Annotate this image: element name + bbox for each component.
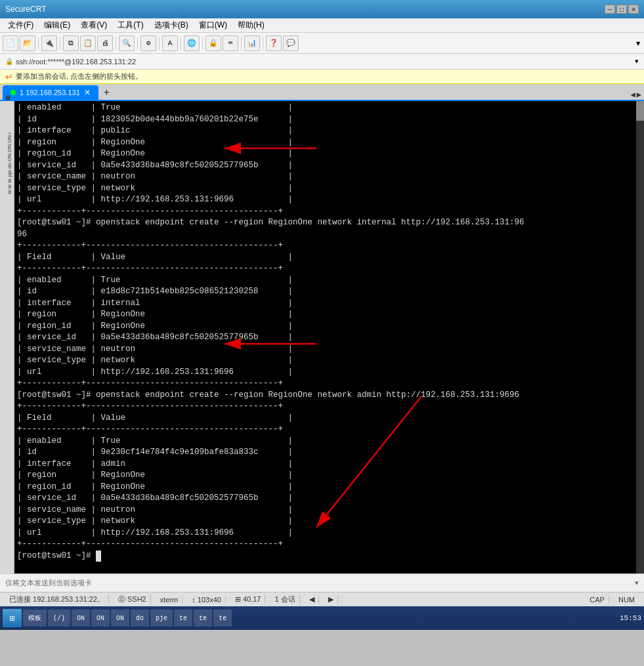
main-container: 模板 / ON ON ON do pje te te te | enabled … [0,101,644,573]
tab-nav-arrows: ◀ ▶ [631,90,641,100]
find-button[interactable]: 🔍 [119,35,135,51]
menu-file[interactable]: 文件(F) [3,18,39,32]
terminal-line-8: | service_type | network | [17,183,633,195]
menu-edit[interactable]: 编辑(E) [39,18,75,32]
status-protocol: ⓪ SSH2 [114,594,151,604]
maximize-button[interactable]: □ [616,5,627,14]
toolbar-sep6 [181,37,181,50]
internet-button[interactable]: 🌐 [184,35,200,51]
log-button[interactable]: 📊 [244,35,260,51]
menu-tabs[interactable]: 选项卡(B) [149,18,194,32]
sidebar-label-te1: te [1,178,12,183]
terminal-line-30: | interface | admin | [17,459,633,470]
menubar: 文件(F) 编辑(E) 查看(V) 工具(T) 选项卡(B) 窗口(W) 帮助(… [0,18,644,33]
status-nav-left[interactable]: ◀ [305,595,319,604]
tab-left-arrow[interactable]: ◀ [631,90,635,100]
menu-tools[interactable]: 工具(T) [112,18,148,32]
tab-close-button[interactable]: ✕ [84,88,91,97]
toolbar-sep2 [60,37,60,50]
inputbar-text: 仅将文本发送到当前选项卡 [5,578,92,588]
keyboard-button[interactable]: ⌨ [223,35,238,51]
toolbar-sep9 [263,37,263,50]
close-button[interactable]: ✕ [628,5,639,14]
sidebar-label-te2: te [1,184,12,189]
new-session-button[interactable]: 📄 [3,35,18,51]
toolbar: 📄 📂 🔌 ⧉ 📋 🖨 🔍 ⚙ A 🌐 🔒 ⌨ 📊 ❓ 💬 ▾ [0,33,644,54]
help-button[interactable]: ❓ [266,35,282,51]
taskbar-item-7[interactable]: pje [150,610,173,627]
terminal-container[interactable]: | enabled | True | | id | 1823052b0de444… [14,101,644,573]
menu-view[interactable]: 查看(V) [75,18,112,32]
terminal-prompt-1: [root@tsw01 ~]# openstack endpoint creat… [17,217,633,229]
inputbar-dropdown[interactable]: ▾ [635,579,639,587]
terminal-line-22: | service_type | network | [17,355,633,367]
taskbar-item-4[interactable]: ON [91,610,110,627]
status-position: ⊞ 40,17 [231,595,266,604]
menu-window[interactable]: 窗口(W) [194,18,232,32]
chat-button[interactable]: 💬 [283,35,299,51]
terminal-line-13: | Field | Value | [17,252,633,264]
status-emulation: xterm [156,596,183,604]
terminal-line-9: | url | http://192.168.253.131:9696 | [17,194,633,206]
open-button[interactable]: 📂 [20,35,35,51]
toolbar-sep5 [159,37,160,50]
minimize-button[interactable]: ─ [605,5,615,14]
settings-button[interactable]: ⚙ [140,35,156,51]
sidebar-label-on1: ON [1,135,12,143]
addressbar-dropdown[interactable]: ▾ [635,57,639,66]
terminal-line-3: | interface | public | [17,125,633,137]
addressbar: 🔒 ssh://root:******@192.168.253.131:22 ▾ [0,54,644,70]
terminal-line-29: | id | 9e230cf14e784f4c9e109bafe83a833c … [17,447,633,459]
taskbar-item-2[interactable]: (/) [48,610,70,627]
toolbar-dropdown[interactable]: ▾ [635,37,641,50]
terminal[interactable]: | enabled | True | | id | 1823052b0de444… [14,101,636,573]
terminal-line-24: +------------+--------------------------… [17,378,633,390]
taskbar-item-10[interactable]: te [213,610,232,627]
titlebar: SecureCRT ─ □ ✕ [0,0,644,18]
taskbar-item-3[interactable]: ON [72,610,90,627]
menu-help[interactable]: 帮助(H) [232,18,270,32]
terminal-line-16: | id | e18d8c721b514ebb825c086521230258 … [17,286,633,298]
taskbar-item-8[interactable]: te [174,610,192,627]
terminal-line-28: | enabled | True | [17,436,633,447]
terminal-line-19: | region_id | RegionOne | [17,321,633,333]
start-button[interactable]: ⊞ [3,609,22,627]
infobar: ↵ 要添加当前会话, 点击左侧的箭头按钮。 [0,70,644,84]
print-button[interactable]: 🖨 [97,35,113,51]
tabbar: 1 192.168.253.131 ✕ + ◀ ▶ [0,84,644,101]
taskbar-item-6[interactable]: do [131,610,149,627]
sidebar-label-do: do [1,163,12,169]
terminal-scrollbar[interactable] [636,101,644,573]
terminal-line-17: | interface | internal | [17,298,633,310]
sidebar-label-te3: te [1,190,12,194]
terminal-prompt-2: [root@tsw01 ~]# openstack endpoint creat… [17,390,633,402]
taskbar-item-1[interactable]: 模板 [23,610,47,627]
tab-right-arrow[interactable]: ▶ [637,90,641,100]
connect-button[interactable]: 🔌 [41,35,57,51]
scrollbar-thumb[interactable] [636,101,644,121]
address-url[interactable]: ssh://root:******@192.168.253.131:22 [16,58,136,66]
paste-button[interactable]: 📋 [80,35,96,51]
terminal-line-15: | enabled | True | [17,275,633,287]
terminal-line-34: | service_name | neutron | [17,505,633,516]
toolbar-sep4 [137,37,138,50]
terminal-line-31: | region | RegionOne | [17,470,633,482]
terminal-line-2: | id | 1823052b0de444bbb9a760201b22e75e … [17,114,633,126]
sidebar-label-pje: pje [1,170,12,177]
lock-button[interactable]: 🔒 [205,35,221,51]
tab-label: 1 192.168.253.131 [20,89,80,96]
tab-indicator [11,90,16,95]
font-button[interactable]: A [162,35,178,51]
left-sidebar: 模板 / ON ON ON do pje te te te [0,101,14,573]
terminal-line-32: | region_id | RegionOne | [17,482,633,493]
session-tab[interactable]: 1 192.168.253.131 ✕ [3,85,98,100]
taskbar-item-5[interactable]: ON [111,610,129,627]
terminal-line-37: +------------+--------------------------… [17,539,633,551]
new-tab-button[interactable]: + [98,85,115,100]
terminal-line-21: | service_name | neutron | [17,344,633,356]
statusbar: 已连接 192.168.253.131:22。 ⓪ SSH2 xterm ↕ 1… [0,592,644,606]
copy-button[interactable]: ⧉ [63,35,79,51]
terminal-line-1: | enabled | True | [17,102,633,114]
taskbar-item-9[interactable]: te [194,610,212,627]
status-nav-right[interactable]: ▶ [324,595,338,604]
